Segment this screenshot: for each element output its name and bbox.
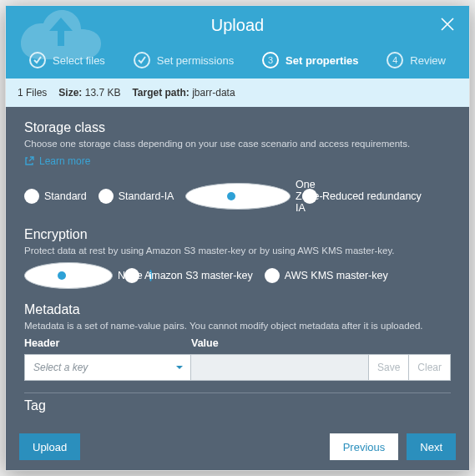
metadata-save-button[interactable]: Save bbox=[369, 354, 409, 381]
radio-label: Standard-IA bbox=[119, 190, 174, 202]
properties-panel[interactable]: Storage class Choose one storage class d… bbox=[6, 107, 469, 423]
external-link-icon bbox=[24, 156, 34, 166]
radio-icon bbox=[265, 268, 280, 283]
radio-icon bbox=[99, 189, 114, 204]
radio-none[interactable]: Nonei bbox=[24, 262, 113, 289]
tag-title: Tag bbox=[24, 398, 451, 413]
close-icon bbox=[439, 16, 456, 33]
metadata-clear-button[interactable]: Clear bbox=[409, 354, 451, 381]
radio-label: AWS KMS master-key bbox=[285, 270, 388, 281]
column-header: Header bbox=[24, 337, 191, 349]
step-set-permissions[interactable]: Set permissions bbox=[134, 52, 234, 68]
storage-class-desc: Choose one storage class depending on yo… bbox=[24, 139, 451, 149]
close-button[interactable] bbox=[439, 16, 456, 35]
radio-standard[interactable]: Standard bbox=[24, 189, 87, 204]
radio-label: Amazon S3 master-key bbox=[144, 270, 253, 281]
radio-kms-master-key[interactable]: AWS KMS master-key bbox=[265, 268, 388, 283]
radio-standard-ia[interactable]: Standard-IA bbox=[99, 189, 174, 204]
radio-icon bbox=[24, 262, 113, 289]
files-count: 1 Files bbox=[18, 87, 47, 99]
radio-reduced-redundancy[interactable]: Reduced redundancy bbox=[302, 189, 422, 204]
step-number-icon: 4 bbox=[387, 52, 403, 68]
column-value: Value bbox=[191, 337, 219, 349]
radio-label: Reduced redundancy bbox=[322, 190, 422, 202]
encryption-title: Encryption bbox=[24, 227, 451, 242]
previous-button[interactable]: Previous bbox=[330, 433, 399, 460]
metadata-columns: Header Value bbox=[24, 337, 451, 349]
next-button[interactable]: Next bbox=[407, 433, 456, 460]
radio-one-zone-ia[interactable]: One Zone-IA bbox=[185, 179, 291, 214]
target-path-field: Target path: jbarr-data bbox=[132, 87, 235, 99]
radio-icon bbox=[24, 189, 39, 204]
select-display: Select a key bbox=[24, 354, 191, 381]
learn-more-link[interactable]: Learn more bbox=[24, 155, 90, 167]
upload-modal: Upload Select files Set permissions 3 Se… bbox=[5, 5, 470, 471]
radio-icon bbox=[302, 189, 317, 204]
chevron-down-icon bbox=[174, 362, 184, 372]
step-label: Set permissions bbox=[157, 54, 234, 67]
learn-more-label: Learn more bbox=[39, 155, 90, 167]
storage-class-options: Standard Standard-IA One Zone-IA Reduced… bbox=[24, 179, 451, 214]
metadata-desc: Metadata is a set of name-value pairs. Y… bbox=[24, 321, 451, 331]
metadata-row: Select a key Save Clear bbox=[24, 354, 451, 381]
step-review[interactable]: 4 Review bbox=[387, 52, 446, 68]
step-label: Set properties bbox=[286, 54, 358, 67]
encryption-desc: Protect data at rest by using Amazon S3 … bbox=[24, 246, 451, 256]
step-number-icon: 3 bbox=[262, 52, 279, 68]
section-divider bbox=[24, 392, 451, 393]
radio-s3-master-key[interactable]: Amazon S3 master-key bbox=[124, 268, 253, 283]
upload-summary-bar: 1 Files Size: 13.7 KB Target path: jbarr… bbox=[6, 78, 469, 107]
step-label: Review bbox=[410, 54, 446, 67]
check-icon bbox=[134, 52, 150, 68]
metadata-key-select[interactable]: Select a key bbox=[24, 354, 191, 381]
storage-class-title: Storage class bbox=[24, 120, 451, 135]
radio-label: Standard bbox=[44, 190, 87, 202]
modal-footer: Upload Previous Next bbox=[6, 423, 469, 470]
metadata-title: Metadata bbox=[24, 302, 451, 317]
modal-header: Upload Select files Set permissions 3 Se… bbox=[6, 6, 469, 78]
panel-inner: Storage class Choose one storage class d… bbox=[6, 107, 469, 423]
upload-button[interactable]: Upload bbox=[19, 433, 80, 460]
step-set-properties[interactable]: 3 Set properties bbox=[262, 52, 358, 68]
size-field: Size: 13.7 KB bbox=[58, 87, 120, 99]
cloud-upload-icon bbox=[21, 6, 101, 59]
radio-icon bbox=[185, 183, 291, 210]
metadata-value-input[interactable] bbox=[191, 354, 369, 381]
encryption-options: Nonei Amazon S3 master-key AWS KMS maste… bbox=[24, 262, 451, 289]
radio-icon bbox=[124, 268, 139, 283]
